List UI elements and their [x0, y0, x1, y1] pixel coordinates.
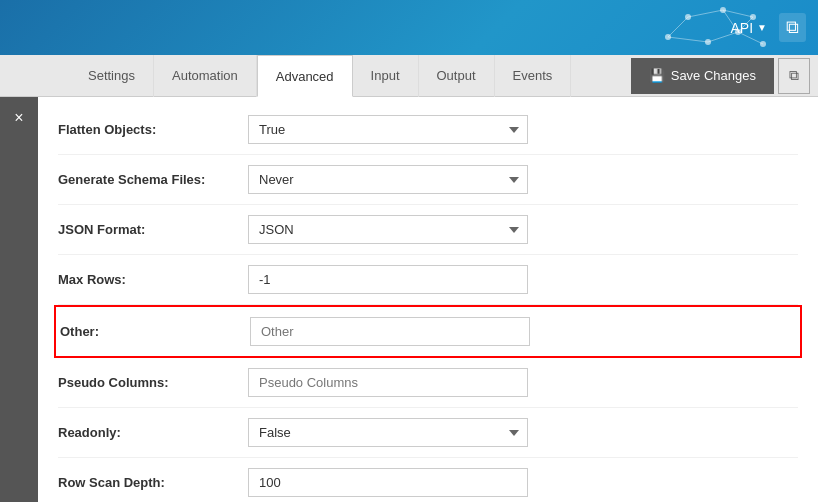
label-flatten-objects: Flatten Objects:	[58, 122, 248, 137]
tab-settings[interactable]: Settings	[70, 55, 154, 97]
form-row-other: Other:	[54, 305, 802, 358]
label-pseudo-columns: Pseudo Columns:	[58, 375, 248, 390]
select-flatten-objects[interactable]: True False	[248, 115, 528, 144]
content-area: × Flatten Objects: True False Generate S…	[0, 97, 818, 502]
external-tab-icon: ⧉	[789, 67, 799, 83]
external-tab-button[interactable]: ⧉	[778, 58, 810, 94]
svg-line-10	[668, 37, 708, 42]
input-max-rows[interactable]	[248, 265, 528, 294]
input-row-scan-depth[interactable]	[248, 468, 528, 497]
save-icon: 💾	[649, 68, 665, 83]
form-row-row-scan-depth: Row Scan Depth:	[58, 458, 798, 502]
control-generate-schema: Never Always On Change	[248, 165, 528, 194]
label-row-scan-depth: Row Scan Depth:	[58, 475, 248, 490]
input-other[interactable]	[250, 317, 530, 346]
svg-line-7	[688, 10, 723, 17]
tab-output[interactable]: Output	[419, 55, 495, 97]
control-row-scan-depth	[248, 468, 528, 497]
tab-advanced[interactable]: Advanced	[257, 55, 353, 97]
chevron-down-icon: ▼	[757, 22, 767, 33]
control-readonly: False True	[248, 418, 528, 447]
label-max-rows: Max Rows:	[58, 272, 248, 287]
label-other: Other:	[60, 324, 250, 339]
tab-events[interactable]: Events	[495, 55, 572, 97]
close-sidebar-button[interactable]: ×	[8, 107, 29, 129]
main-form: Flatten Objects: True False Generate Sch…	[38, 97, 818, 502]
select-readonly[interactable]: False True	[248, 418, 528, 447]
tab-automation[interactable]: Automation	[154, 55, 257, 97]
svg-line-11	[668, 17, 688, 37]
form-row-pseudo-columns: Pseudo Columns:	[58, 358, 798, 408]
header: API ▼ ⧉	[0, 0, 818, 55]
control-flatten-objects: True False	[248, 115, 528, 144]
external-link-button[interactable]: ⧉	[779, 13, 806, 42]
external-link-icon: ⧉	[786, 17, 799, 37]
control-max-rows	[248, 265, 528, 294]
sidebar-collapse: ×	[0, 97, 38, 502]
form-row-readonly: Readonly: False True	[58, 408, 798, 458]
control-json-format: JSON XML CSV	[248, 215, 528, 244]
api-dropdown-button[interactable]: API ▼	[731, 20, 767, 36]
form-row-json-format: JSON Format: JSON XML CSV	[58, 205, 798, 255]
form-row-generate-schema: Generate Schema Files: Never Always On C…	[58, 155, 798, 205]
label-generate-schema: Generate Schema Files:	[58, 172, 248, 187]
control-pseudo-columns	[248, 368, 528, 397]
label-readonly: Readonly:	[58, 425, 248, 440]
control-other	[250, 317, 530, 346]
save-changes-button[interactable]: 💾 Save Changes	[631, 58, 774, 94]
close-icon: ×	[14, 109, 23, 126]
tab-bar: Settings Automation Advanced Input Outpu…	[0, 55, 818, 97]
label-json-format: JSON Format:	[58, 222, 248, 237]
form-row-flatten-objects: Flatten Objects: True False	[58, 105, 798, 155]
input-pseudo-columns[interactable]	[248, 368, 528, 397]
tab-input[interactable]: Input	[353, 55, 419, 97]
form-row-max-rows: Max Rows:	[58, 255, 798, 305]
select-generate-schema[interactable]: Never Always On Change	[248, 165, 528, 194]
header-api-section: API ▼ ⧉	[731, 13, 806, 42]
select-json-format[interactable]: JSON XML CSV	[248, 215, 528, 244]
